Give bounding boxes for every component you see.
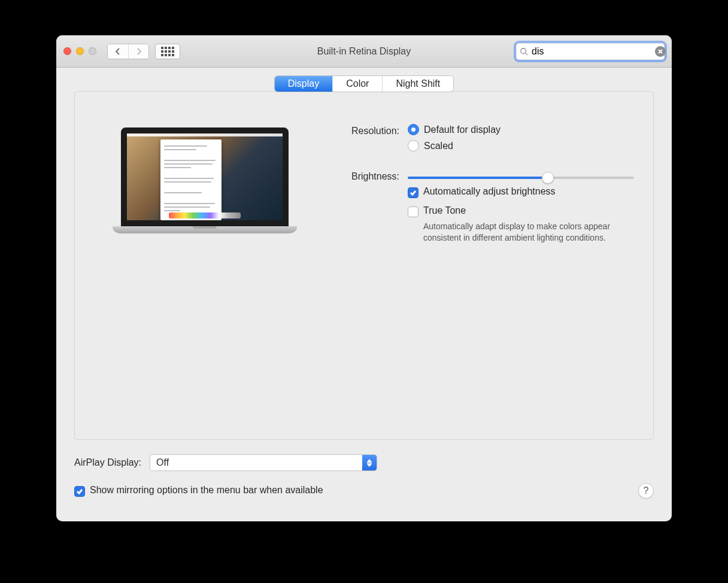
mirroring-label: Show mirroring options in the menu bar w…: [90, 485, 323, 496]
settings-column: Resolution: Default for display Scaled: [327, 122, 634, 421]
mirroring-row: Show mirroring options in the menu bar w…: [74, 483, 654, 499]
resolution-scaled-radio[interactable]: Scaled: [408, 140, 634, 151]
airplay-value: Off: [150, 457, 362, 468]
nav-buttons: [107, 44, 149, 59]
resolution-row: Resolution: Default for display Scaled: [327, 124, 634, 156]
minimize-window-button[interactable]: [76, 47, 84, 55]
svg-point-0: [521, 48, 526, 53]
footer: AirPlay Display: Off Show mirroring opti…: [74, 440, 654, 511]
select-arrows-icon: [362, 455, 377, 470]
airplay-select[interactable]: Off: [150, 454, 377, 471]
auto-brightness-label: Automatically adjust brightness: [423, 186, 556, 197]
resolution-scaled-label: Scaled: [424, 141, 453, 151]
display-prefs-window: Built-in Retina Display Display Color Ni…: [56, 35, 672, 521]
zoom-window-button[interactable]: [89, 47, 96, 55]
resolution-default-label: Default for display: [424, 125, 500, 135]
show-all-button[interactable]: [155, 44, 180, 59]
search-field[interactable]: [516, 43, 665, 60]
close-window-button[interactable]: [63, 47, 71, 55]
resolution-label: Resolution:: [327, 124, 399, 136]
airplay-row: AirPlay Display: Off: [74, 454, 654, 471]
true-tone-description: Automatically adapt display to make colo…: [423, 221, 634, 244]
tab-bar: Display Color Night Shift: [74, 76, 654, 92]
grid-icon: [161, 47, 174, 56]
forward-button[interactable]: [128, 44, 148, 59]
device-preview: [94, 122, 316, 421]
search-input[interactable]: [532, 46, 651, 57]
mirroring-checkbox[interactable]: Show mirroring options in the menu bar w…: [74, 485, 323, 497]
macbook-image: [121, 127, 289, 233]
tab-color[interactable]: Color: [332, 76, 382, 92]
svg-line-1: [526, 53, 528, 55]
true-tone-checkbox[interactable]: True Tone: [408, 205, 634, 217]
clear-search-button[interactable]: [655, 46, 666, 57]
resolution-default-radio[interactable]: Default for display: [408, 124, 634, 135]
content-area: Display Color Night Shift: [56, 68, 672, 521]
tab-display[interactable]: Display: [275, 76, 332, 92]
auto-brightness-checkbox[interactable]: Automatically adjust brightness: [408, 186, 634, 198]
help-button[interactable]: ?: [638, 483, 654, 499]
airplay-label: AirPlay Display:: [74, 457, 141, 468]
toolbar: Built-in Retina Display: [56, 35, 672, 68]
brightness-slider[interactable]: [408, 177, 634, 179]
window-controls: [63, 47, 96, 55]
x-icon: [658, 49, 663, 54]
back-button[interactable]: [108, 44, 128, 59]
tab-night-shift[interactable]: Night Shift: [382, 76, 453, 92]
search-icon: [520, 47, 528, 56]
brightness-label: Brightness:: [327, 169, 399, 182]
true-tone-label: True Tone: [423, 205, 466, 216]
brightness-row: Brightness: Automatically adjust brightn…: [327, 169, 634, 244]
display-panel: Resolution: Default for display Scaled: [74, 91, 654, 440]
